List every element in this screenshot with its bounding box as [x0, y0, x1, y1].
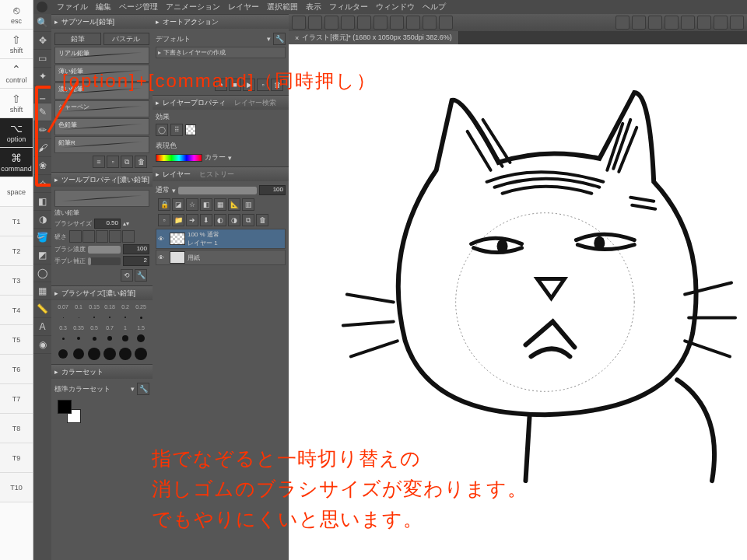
layer-opacity-slider[interactable] — [178, 187, 257, 194]
tool-text-icon[interactable]: A — [33, 318, 51, 336]
osk-key-t5[interactable]: T5 — [0, 325, 33, 355]
density-slider[interactable] — [88, 246, 121, 254]
osk-key-space[interactable]: space — [0, 177, 33, 207]
autoaction-wrench-icon[interactable]: 🔧 — [273, 33, 286, 45]
subtool-tab-pencil[interactable]: 鉛筆 — [54, 33, 101, 45]
layer-lock-icon[interactable]: 🔒 — [158, 198, 170, 211]
layer-mask-icon[interactable]: ▦ — [214, 198, 226, 211]
tool-fill-icon[interactable]: 🪣 — [33, 229, 51, 247]
tool-move-icon[interactable]: ✥ — [33, 32, 51, 50]
subtool-menu-icon[interactable]: ≡ — [93, 156, 105, 168]
osk-key-t2[interactable]: T2 — [0, 236, 33, 266]
layer-newfolder-icon[interactable]: 📁 — [172, 214, 184, 226]
osk-key-t4[interactable]: T4 — [0, 296, 33, 325]
autoaction-trash-icon[interactable]: 🗑 — [271, 79, 283, 91]
osk-key-shift2[interactable]: ⇧shift — [0, 89, 33, 118]
layer-color-icon[interactable]: ▥ — [242, 198, 254, 211]
brush-size-preset[interactable] — [103, 311, 117, 324]
brush-size-preset[interactable] — [134, 332, 148, 345]
tb-erase-icon[interactable] — [374, 16, 388, 30]
menu-アニメーション[interactable]: アニメーション — [166, 2, 220, 11]
menu-ヘルプ[interactable]: ヘルプ — [423, 2, 446, 11]
brush-size-preset[interactable] — [56, 332, 70, 345]
tb-sel-icon[interactable] — [390, 16, 404, 30]
autoaction-stop-icon[interactable]: ■ — [229, 79, 241, 91]
tb-grid-icon[interactable] — [665, 16, 679, 30]
layer-clip-icon[interactable]: ◪ — [172, 198, 184, 211]
brush-size-preset[interactable] — [103, 348, 117, 360]
brush-size-preset[interactable] — [87, 332, 101, 345]
tb-scale-icon[interactable] — [423, 16, 437, 30]
brush-size-preset[interactable] — [56, 348, 70, 360]
tool-magnifier-icon[interactable]: 🔍 — [33, 14, 51, 32]
brush-preset-5[interactable]: 鉛筆R — [54, 136, 149, 153]
layer-transfer-icon[interactable]: ➜ — [186, 214, 198, 226]
color-palette[interactable] — [84, 397, 87, 426]
tool-wand-icon[interactable]: ✦ — [33, 68, 51, 86]
osk-key-t7[interactable]: T7 — [0, 384, 33, 414]
tool-pen-icon[interactable]: ✎ — [33, 103, 51, 121]
brush-size-preset[interactable] — [118, 348, 132, 360]
fg-color-swatch[interactable] — [58, 400, 72, 414]
menu-レイヤー[interactable]: レイヤー — [228, 2, 259, 11]
brush-size-preset[interactable] — [103, 332, 117, 345]
osk-key-t1[interactable]: T1 — [0, 207, 33, 236]
brush-preset-1[interactable]: 薄い鉛筆 — [54, 65, 149, 82]
document-tab[interactable]: × イラスト[復元]* (1680 x 1050px 350dpi 382.6%… — [289, 31, 459, 44]
menu-フィルター[interactable]: フィルター — [329, 2, 368, 11]
tool-ruler-icon[interactable]: 📏 — [33, 300, 51, 318]
autoaction-new-icon[interactable]: ▫ — [257, 79, 269, 91]
tool-pencil-icon[interactable]: ✏ — [33, 121, 51, 139]
layer-blend-mode[interactable]: 通常 — [156, 185, 170, 195]
canvas[interactable] — [289, 44, 747, 560]
tool-balloon-icon[interactable]: ◉ — [33, 336, 51, 354]
brush-size-preset[interactable] — [56, 311, 70, 324]
tool-marquee-icon[interactable]: ▭ — [33, 50, 51, 68]
subtool-new-icon[interactable]: ▫ — [107, 156, 119, 168]
layer-ref-icon[interactable]: ☆ — [186, 198, 198, 211]
brush-size-preset[interactable] — [134, 348, 148, 360]
subtool-trash-icon[interactable]: 🗑 — [135, 156, 147, 168]
osk-key-command[interactable]: ⌘command — [0, 148, 33, 177]
brush-size-preset[interactable] — [87, 311, 101, 324]
layer-visibility-icon[interactable]: 👁 — [158, 236, 167, 243]
density-value[interactable]: 100 — [123, 244, 149, 254]
effect-tone-icon[interactable]: ⠿ — [170, 124, 183, 136]
tb-zoom-icon[interactable] — [615, 16, 630, 30]
layer-applymask-icon[interactable]: ◑ — [228, 214, 240, 226]
osk-key-shift[interactable]: ⇧shift — [0, 30, 33, 59]
brush-size-preset[interactable] — [118, 332, 132, 345]
color-mode-label[interactable]: カラー — [205, 152, 226, 163]
tb-flip-icon[interactable] — [648, 16, 662, 30]
tab-close-icon[interactable]: × — [295, 34, 299, 42]
stabilize-slider[interactable] — [88, 257, 121, 265]
brush-size-preset[interactable] — [72, 332, 86, 345]
tb-undo-icon[interactable] — [341, 16, 355, 30]
toolprop-reset-icon[interactable]: ⟲ — [121, 269, 133, 282]
brush-preset-3[interactable]: シャーペン — [54, 100, 149, 117]
tb-cloud-icon[interactable] — [730, 16, 744, 30]
effect-border-icon[interactable]: ◯ — [156, 124, 168, 136]
tb-rotate-icon[interactable] — [439, 16, 453, 30]
tb-new-icon[interactable] — [292, 16, 306, 30]
tool-gradient-icon[interactable]: ◩ — [33, 247, 51, 264]
layer-ruler-icon[interactable]: 📐 — [228, 198, 240, 211]
tool-deco-icon[interactable]: ✧ — [33, 175, 51, 193]
tool-airbrush-icon[interactable]: ❀ — [33, 157, 51, 175]
tool-blend-icon[interactable]: ◑ — [33, 211, 51, 229]
toolprop-wrench-icon[interactable]: 🔧 — [135, 269, 147, 282]
colorset-menu-icon[interactable]: 🔧 — [137, 383, 149, 395]
menu-ウィンドウ[interactable]: ウィンドウ — [376, 2, 415, 11]
menu-選択範囲[interactable]: 選択範囲 — [267, 2, 298, 11]
layer-item[interactable]: 👁用紙 — [156, 250, 286, 265]
brush-size-preset[interactable] — [72, 348, 86, 360]
tb-fill-icon[interactable] — [406, 16, 420, 30]
layer-new-icon[interactable]: ▫ — [158, 214, 170, 226]
osk-key-t10[interactable]: T10 — [0, 473, 33, 502]
tb-save-icon[interactable] — [324, 16, 338, 30]
brush-preset-0[interactable]: リアル鉛筆 — [54, 47, 149, 64]
layer-item[interactable]: 👁100 % 通常レイヤー 1 — [156, 229, 286, 249]
tool-eraser-icon[interactable]: ◧ — [33, 193, 51, 211]
layer-visibility-icon[interactable]: 👁 — [158, 254, 167, 261]
layer-draft-icon[interactable]: ◧ — [200, 198, 212, 211]
